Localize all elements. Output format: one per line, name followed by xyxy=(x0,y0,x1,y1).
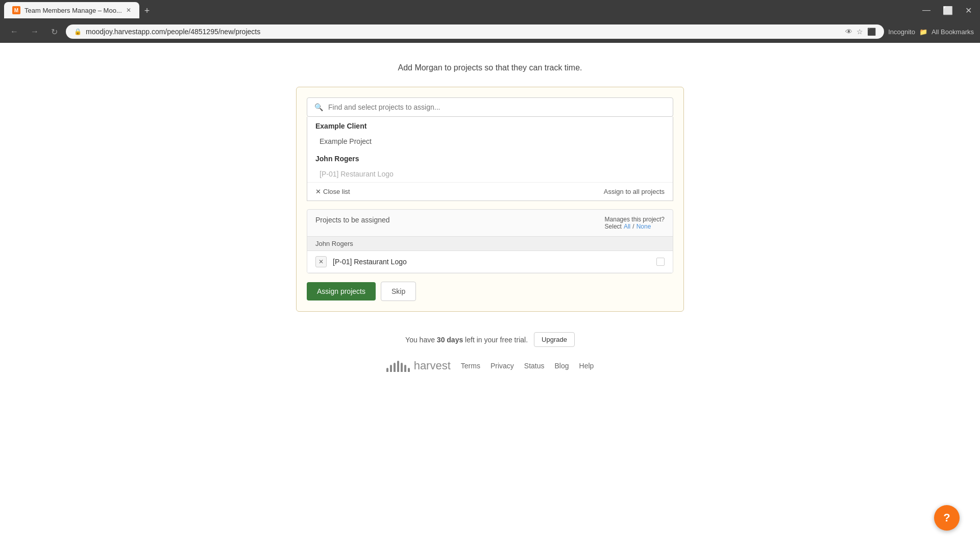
url-text: moodjoy.harvestapp.com/people/4851295/ne… xyxy=(86,28,841,36)
manages-section: Manages this project? Select All / None xyxy=(605,216,665,230)
select-none-link[interactable]: None xyxy=(636,223,651,230)
main-card: 🔍 Example Client Example Project John Ro… xyxy=(296,87,684,312)
client-group-john: John Rogers xyxy=(307,149,673,163)
separator: / xyxy=(632,223,634,230)
address-bar[interactable]: 🔒 moodjoy.harvestapp.com/people/4851295/… xyxy=(66,24,884,39)
project-row-name: [P-01] Restaurant Logo xyxy=(333,258,650,266)
close-icon[interactable]: ✕ xyxy=(961,4,976,17)
footer-link-privacy[interactable]: Privacy xyxy=(491,362,514,370)
bookmarks-label: 📁 All Bookmarks xyxy=(919,28,974,36)
footer-link-help[interactable]: Help xyxy=(579,362,594,370)
tab-close-icon[interactable]: ✕ xyxy=(126,7,131,14)
client-row-john-rogers: John Rogers xyxy=(307,236,673,251)
select-all-link[interactable]: All xyxy=(624,223,630,230)
client-group-example: Example Client xyxy=(307,117,673,130)
reload-button[interactable]: ↻ xyxy=(47,25,62,39)
trial-banner: You have 30 days left in your free trial… xyxy=(405,332,575,347)
forward-button[interactable]: → xyxy=(27,25,43,38)
upgrade-button[interactable]: Upgrade xyxy=(534,332,575,347)
select-label: Select xyxy=(605,223,622,230)
tab-favicon: M xyxy=(12,6,20,14)
assign-projects-button[interactable]: Assign projects xyxy=(307,282,376,300)
action-buttons: Assign projects Skip xyxy=(307,282,673,301)
assigned-title: Projects to be assigned xyxy=(315,216,390,224)
manages-checkbox[interactable] xyxy=(656,258,665,266)
project-row: ✕ [P-01] Restaurant Logo xyxy=(307,251,673,273)
browser-tab[interactable]: M Team Members Manage – Moo... ✕ xyxy=(4,2,139,18)
lock-icon: 🔒 xyxy=(74,28,82,35)
tab-title: Team Members Manage – Moo... xyxy=(24,7,122,14)
search-icon: 🔍 xyxy=(314,103,323,111)
assigned-header: Projects to be assigned Manages this pro… xyxy=(307,210,673,236)
new-tab-button[interactable]: + xyxy=(140,4,154,18)
trial-text: You have 30 days left in your free trial… xyxy=(405,336,528,344)
close-list-button[interactable]: ✕ Close list xyxy=(315,188,350,195)
hide-eye-icon: 👁 xyxy=(845,28,852,36)
skip-button[interactable]: Skip xyxy=(381,282,416,301)
project-dropdown: Example Client Example Project John Roge… xyxy=(307,117,673,201)
page-heading: Add Morgan to projects so that they can … xyxy=(398,63,582,72)
help-button[interactable]: ? xyxy=(934,505,960,531)
bookmark-icon[interactable]: ☆ xyxy=(856,28,863,36)
assigned-section: Projects to be assigned Manages this pro… xyxy=(307,209,673,273)
footer-link-status[interactable]: Status xyxy=(524,362,545,370)
footer-links: Terms Privacy Status Blog Help xyxy=(461,362,594,370)
harvest-logo-text: harvest xyxy=(414,359,451,372)
assign-all-button[interactable]: Assign to all projects xyxy=(604,188,665,195)
sidebar-icon[interactable]: ⬛ xyxy=(867,28,876,36)
harvest-bars-icon xyxy=(386,360,410,372)
client-name-john: John Rogers xyxy=(315,155,665,163)
close-x-icon: ✕ xyxy=(315,188,321,195)
harvest-logo: harvest xyxy=(386,359,451,372)
footer-link-blog[interactable]: Blog xyxy=(555,362,569,370)
search-input[interactable] xyxy=(328,103,666,111)
maximize-icon[interactable]: ⬜ xyxy=(939,4,957,17)
footer: harvest Terms Privacy Status Blog Help xyxy=(386,359,594,372)
minimize-icon[interactable]: — xyxy=(918,4,935,17)
footer-link-terms[interactable]: Terms xyxy=(461,362,480,370)
profile-area: Incognito xyxy=(888,28,915,36)
client-name-example: Example Client xyxy=(315,122,665,130)
project-item-restaurant-logo[interactable]: [P-01] Restaurant Logo xyxy=(307,166,673,182)
search-box[interactable]: 🔍 xyxy=(307,97,673,117)
back-button[interactable]: ← xyxy=(6,25,22,38)
manages-label: Manages this project? xyxy=(605,216,665,223)
remove-project-button[interactable]: ✕ xyxy=(315,256,327,267)
profile-label: Incognito xyxy=(888,28,915,36)
dropdown-footer: ✕ Close list Assign to all projects xyxy=(307,182,673,201)
project-item-example-project[interactable]: Example Project xyxy=(307,133,673,149)
